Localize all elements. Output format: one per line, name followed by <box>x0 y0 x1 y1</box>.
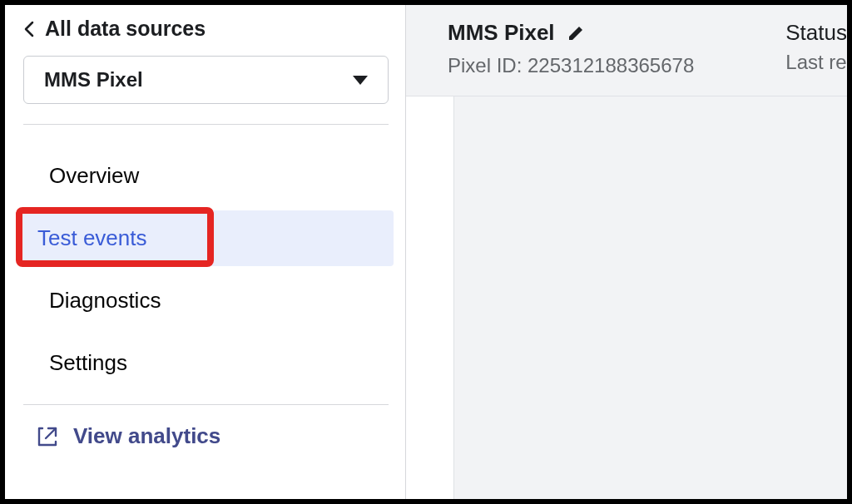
app-frame: All data sources MMS Pixel Overview Test… <box>5 5 847 499</box>
chevron-left-icon <box>23 20 35 38</box>
status-label: Status <box>785 20 847 46</box>
sidebar-nav: Overview Test events Diagnostics Setting… <box>5 145 405 394</box>
view-analytics-label: View analytics <box>73 423 220 449</box>
main-content: MMS Pixel Pixel ID: 225312188365678 Stat… <box>406 5 847 499</box>
nav-settings[interactable]: Settings <box>17 335 394 391</box>
view-analytics-link[interactable]: View analytics <box>5 405 405 464</box>
nav-diagnostics[interactable]: Diagnostics <box>17 273 394 329</box>
pixel-selector-label: MMS Pixel <box>44 68 143 91</box>
back-link[interactable]: All data sources <box>5 17 405 56</box>
header-right: Status Last re <box>785 20 847 74</box>
pixel-id-label: Pixel ID: 225312188365678 <box>448 54 694 77</box>
content-header: MMS Pixel Pixel ID: 225312188365678 Stat… <box>406 5 847 96</box>
pencil-icon[interactable] <box>567 24 585 42</box>
content-body <box>406 96 847 499</box>
nav-test-events-label: Test events <box>37 225 147 250</box>
nav-test-events[interactable]: Test events <box>17 210 394 266</box>
content-panel-strip <box>406 96 454 499</box>
last-received-label: Last re <box>785 51 846 74</box>
divider <box>23 124 389 125</box>
title-row: MMS Pixel <box>448 20 694 46</box>
pixel-selector[interactable]: MMS Pixel <box>23 56 389 104</box>
caret-down-icon <box>353 76 368 85</box>
nav-overview[interactable]: Overview <box>17 148 394 204</box>
back-label: All data sources <box>45 17 206 41</box>
header-left: MMS Pixel Pixel ID: 225312188365678 <box>448 20 694 77</box>
external-link-icon <box>37 426 58 447</box>
sidebar: All data sources MMS Pixel Overview Test… <box>5 5 406 499</box>
page-title: MMS Pixel <box>448 20 555 46</box>
